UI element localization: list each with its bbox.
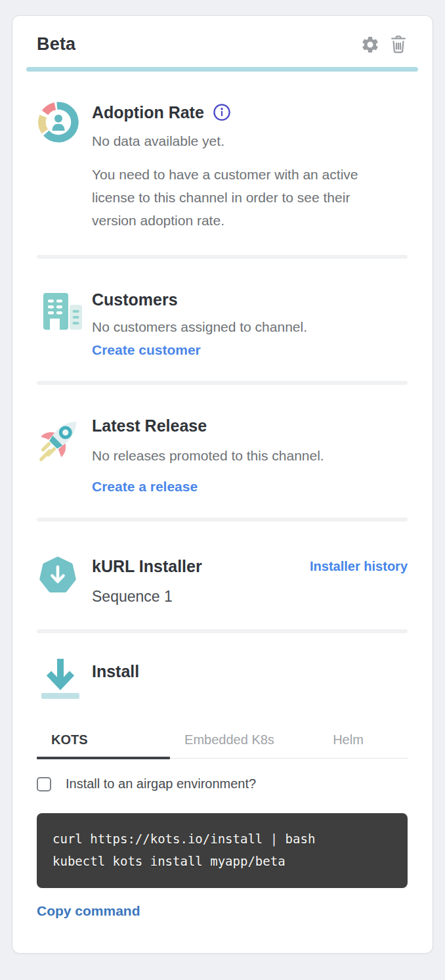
create-release-link[interactable]: Create a release [92, 479, 198, 495]
customers-title: Customers [92, 290, 408, 309]
section-adoption-rate: Adoption Rate No data available yet. You… [37, 99, 408, 232]
download-arrow-icon [37, 654, 92, 710]
section-latest-release: Latest Release No releases promoted to t… [37, 412, 408, 495]
section-divider [37, 629, 408, 633]
customers-content: Customers No customers assigned to chann… [92, 286, 408, 358]
adoption-empty-title: No data available yet. [92, 131, 408, 151]
installer-sequence: Sequence 1 [92, 587, 408, 606]
section-kurl-installer: kURL Installer Installer history Sequenc… [37, 553, 408, 606]
section-install: Install [37, 654, 408, 710]
rocket-icon [37, 412, 92, 495]
gear-icon [360, 47, 380, 56]
buildings-icon [37, 286, 92, 358]
kurl-installer-title: kURL Installer [92, 556, 202, 576]
latest-release-content: Latest Release No releases promoted to t… [92, 412, 408, 495]
adoption-rate-content: Adoption Rate No data available yet. You… [92, 99, 408, 232]
section-customers: Customers No customers assigned to chann… [37, 286, 408, 358]
install-tabs: KOTS Embedded K8s Helm [37, 728, 408, 759]
header-actions [360, 34, 408, 55]
channel-card-header: Beta [37, 34, 408, 55]
page-background: Beta [0, 0, 445, 980]
section-divider [37, 381, 408, 385]
airgap-checkbox[interactable] [37, 777, 51, 791]
latest-release-empty-message: No releases promoted to this channel. [92, 446, 408, 466]
section-divider [37, 255, 408, 259]
channel-settings-button[interactable] [360, 35, 380, 55]
airgap-row: Install to an airgap environment? [37, 776, 408, 791]
channel-card: Beta [12, 15, 433, 954]
command-line-1: curl https://kots.io/install | bash [53, 828, 392, 850]
tab-kots[interactable]: KOTS [37, 728, 170, 758]
donut-avatar-icon [37, 99, 92, 232]
kurl-installer-content: kURL Installer Installer history Sequenc… [92, 553, 408, 606]
trash-icon [389, 47, 408, 56]
customers-empty-message: No customers assigned to channel. [92, 317, 408, 337]
install-command-block: curl https://kots.io/install | bash kube… [37, 813, 408, 888]
tab-embedded-k8s[interactable]: Embedded K8s [170, 728, 289, 758]
channel-accent-bar [26, 67, 418, 72]
install-title: Install [92, 661, 408, 681]
adoption-rate-title: Adoption Rate [92, 102, 204, 122]
channel-name: Beta [37, 34, 75, 55]
copy-command-link[interactable]: Copy command [37, 903, 140, 919]
tab-helm[interactable]: Helm [289, 728, 408, 758]
installer-history-link[interactable]: Installer history [310, 559, 408, 574]
latest-release-title: Latest Release [92, 416, 408, 435]
section-divider [37, 518, 408, 522]
command-line-2: kubectl kots install myapp/beta [53, 850, 392, 872]
create-customer-link[interactable]: Create customer [92, 342, 201, 358]
channel-delete-button[interactable] [389, 34, 408, 55]
adoption-empty-message: You need to have a customer with an acti… [92, 163, 375, 232]
heptagon-download-icon [37, 553, 92, 606]
install-content: Install [92, 654, 408, 710]
info-circle-icon[interactable] [213, 103, 231, 122]
airgap-label: Install to an airgap environment? [66, 776, 256, 791]
